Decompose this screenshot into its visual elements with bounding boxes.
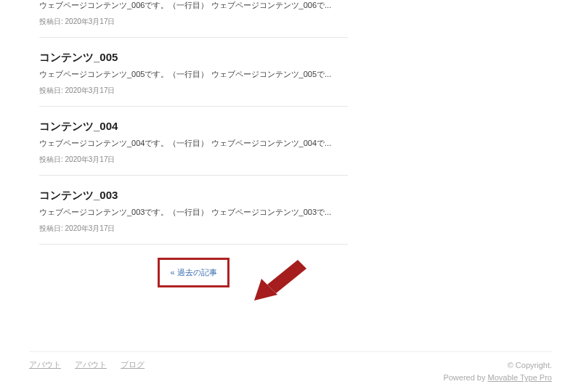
powered-by-link[interactable]: Movable Type Pro <box>488 373 552 382</box>
footer-meta: © Copyright. Powered by Movable Type Pro <box>443 359 552 385</box>
entry-meta: 投稿日: 2020年3月17日 <box>39 86 348 96</box>
entry-title: コンテンツ_004 <box>39 120 348 134</box>
entry-title-link[interactable]: コンテンツ_003 <box>39 189 118 201</box>
entry-meta-label: 投稿日: <box>39 86 63 94</box>
entry-date: 2020年3月17日 <box>65 86 115 94</box>
entry-title: コンテンツ_005 <box>39 51 348 65</box>
entry-title: コンテンツ_003 <box>39 189 348 203</box>
copyright-text: © Copyright. <box>443 359 552 372</box>
entry-title-link[interactable]: コンテンツ_005 <box>39 51 118 63</box>
footer-nav: アバウト アバウト ブログ <box>29 359 156 370</box>
list-item: コンテンツ_005 ウェブページコンテンツ_005です。（一行目） ウェブページ… <box>39 51 348 107</box>
entry-meta-label: 投稿日: <box>39 17 63 25</box>
entry-date: 2020年3月17日 <box>65 155 115 163</box>
entry-excerpt: ウェブページコンテンツ_003です。（一行目） ウェブページコンテンツ_003で… <box>39 207 348 218</box>
pager: « 過去の記事 <box>39 258 348 287</box>
entry-title-link[interactable]: コンテンツ_004 <box>39 120 118 132</box>
entry-meta: 投稿日: 2020年3月17日 <box>39 224 348 234</box>
entry-meta-label: 投稿日: <box>39 155 63 163</box>
page-root: ウェブページコンテンツ_006です。（一行目） ウェブページコンテンツ_006で… <box>0 0 581 392</box>
highlight-box: « 過去の記事 <box>158 258 229 287</box>
entry-date: 2020年3月17日 <box>65 17 115 25</box>
footer-link-about-2[interactable]: アバウト <box>75 360 107 369</box>
powered-by-prefix: Powered by <box>443 373 487 382</box>
footer: アバウト アバウト ブログ © Copyright. Powered by Mo… <box>29 351 552 385</box>
entry-excerpt: ウェブページコンテンツ_005です。（一行目） ウェブページコンテンツ_005で… <box>39 69 348 80</box>
list-item: ウェブページコンテンツ_006です。（一行目） ウェブページコンテンツ_006で… <box>39 0 348 38</box>
entry-meta-label: 投稿日: <box>39 224 63 232</box>
list-item: コンテンツ_004 ウェブページコンテンツ_004です。（一行目） ウェブページ… <box>39 120 348 176</box>
entry-meta: 投稿日: 2020年3月17日 <box>39 17 348 27</box>
entry-excerpt: ウェブページコンテンツ_004です。（一行目） ウェブページコンテンツ_004で… <box>39 138 348 149</box>
list-item: コンテンツ_003 ウェブページコンテンツ_003です。（一行目） ウェブページ… <box>39 189 348 245</box>
entry-excerpt: ウェブページコンテンツ_006です。（一行目） ウェブページコンテンツ_006で… <box>39 0 348 11</box>
powered-by: Powered by Movable Type Pro <box>443 372 552 385</box>
footer-link-blog[interactable]: ブログ <box>121 360 145 369</box>
older-posts-link[interactable]: « 過去の記事 <box>160 260 227 285</box>
footer-link-about-1[interactable]: アバウト <box>29 360 61 369</box>
entry-meta: 投稿日: 2020年3月17日 <box>39 155 348 165</box>
content-column: ウェブページコンテンツ_006です。（一行目） ウェブページコンテンツ_006で… <box>39 0 348 287</box>
entry-date: 2020年3月17日 <box>65 224 115 232</box>
